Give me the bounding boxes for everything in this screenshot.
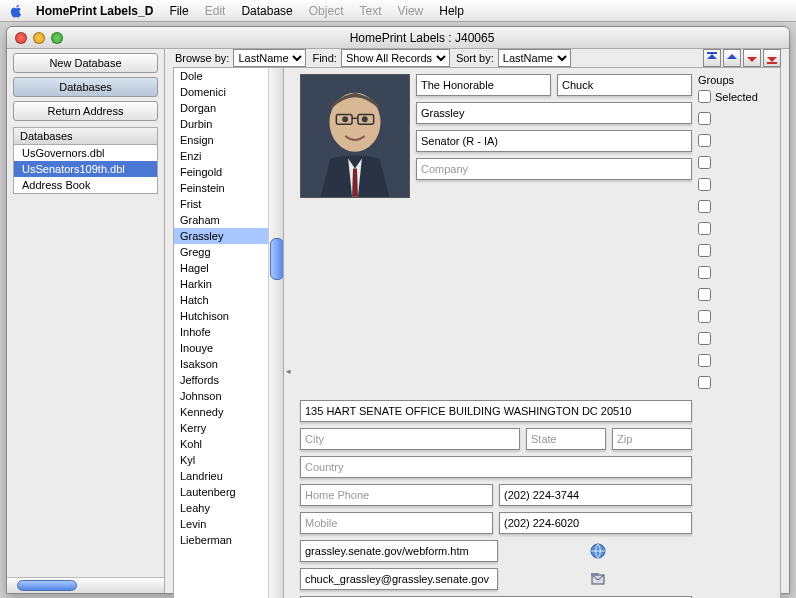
namelist-vscroll[interactable] [268,68,283,598]
phone2-field[interactable]: (202) 224-3744 [499,484,692,506]
nav-prev-button[interactable] [723,49,741,67]
window: HomePrint Labels : J40065 New Database D… [6,26,790,594]
minimize-button[interactable] [33,32,45,44]
svg-point-4 [342,116,348,122]
namelist-item[interactable]: Dorgan [174,100,283,116]
city-field[interactable]: City [300,428,520,450]
content: DoleDomeniciDorganDurbinEnsignEnziFeingo… [173,67,781,598]
group-checkbox-11[interactable] [698,332,711,345]
namelist-item[interactable]: Domenici [174,84,283,100]
prefix-field[interactable]: The Honorable [416,74,551,96]
group-checkbox-2[interactable] [698,134,711,147]
titlebar[interactable]: HomePrint Labels : J40065 [7,27,789,49]
group-checkbox-3[interactable] [698,156,711,169]
namelist-item[interactable]: Lautenberg [174,484,283,500]
homephone-field[interactable]: Home Phone [300,484,493,506]
group-checkbox-7[interactable] [698,244,711,257]
photo[interactable] [300,74,410,198]
group-checkbox-4[interactable] [698,178,711,191]
svg-rect-11 [591,573,599,576]
groups-title: Groups [698,74,772,86]
menu-help[interactable]: Help [439,4,464,18]
traffic-lights [15,32,63,44]
zip-field[interactable]: Zip [612,428,692,450]
namelist-item[interactable]: Graham [174,212,283,228]
namelist-item[interactable]: Grassley [174,228,283,244]
namelist-item[interactable]: Ensign [174,132,283,148]
namelist-item[interactable]: Gregg [174,244,283,260]
namelist-item[interactable]: Inouye [174,340,283,356]
hscroll-thumb[interactable] [17,580,77,591]
namelist-item[interactable]: Levin [174,516,283,532]
new-database-button[interactable]: New Database [13,53,158,73]
find-select[interactable]: Show All Records [341,49,450,67]
collapse-handle[interactable]: ◂ [284,68,292,598]
db-item-governors[interactable]: UsGovernors.dbl [14,145,157,161]
group-checkbox-8[interactable] [698,266,711,279]
nav-last-button[interactable] [763,49,781,67]
country-field[interactable]: Country [300,456,692,478]
namelist-item[interactable]: Feinstein [174,180,283,196]
nav-next-button[interactable] [743,49,761,67]
namelist-item[interactable]: Hagel [174,260,283,276]
namelist-item[interactable]: Landrieu [174,468,283,484]
svg-rect-1 [767,62,777,64]
group-checkbox-12[interactable] [698,354,711,367]
group-checkbox-1[interactable] [698,112,711,125]
address-field[interactable]: 135 HART SENATE OFFICE BUILDING WASHINGT… [300,400,692,422]
namelist-item[interactable]: Jeffords [174,372,283,388]
namelist-item[interactable]: Isakson [174,356,283,372]
web-icon[interactable] [504,542,692,560]
menu-file[interactable]: File [169,4,188,18]
menu-text: Text [359,4,381,18]
sort-by-select[interactable]: LastName [498,49,571,67]
sidebar-hscroll[interactable] [7,577,164,593]
firstname-field[interactable]: Chuck [557,74,692,96]
email-icon[interactable] [504,570,692,588]
namelist-item[interactable]: Kerry [174,420,283,436]
namelist-item[interactable]: Kennedy [174,404,283,420]
menu-database[interactable]: Database [241,4,292,18]
namelist[interactable]: DoleDomeniciDorganDurbinEnsignEnziFeingo… [174,68,283,598]
group-checkbox-10[interactable] [698,310,711,323]
title-field[interactable]: Senator (R - IA) [416,130,692,152]
namelist-item[interactable]: Hatch [174,292,283,308]
state-field[interactable]: State [526,428,606,450]
web-field[interactable]: grassley.senate.gov/webform.htm [300,540,498,562]
namelist-item[interactable]: Harkin [174,276,283,292]
namelist-item[interactable]: Inhofe [174,324,283,340]
lastname-field[interactable]: Grassley [416,102,692,124]
group-checkbox-13[interactable] [698,376,711,389]
nav-first-button[interactable] [703,49,721,67]
close-button[interactable] [15,32,27,44]
mobile2-field[interactable]: (202) 224-6020 [499,512,692,534]
namelist-item[interactable]: Leahy [174,500,283,516]
email-field[interactable]: chuck_grassley@grassley.senate.gov [300,568,498,590]
group-checkbox-5[interactable] [698,200,711,213]
namelist-panel: DoleDomeniciDorganDurbinEnsignEnziFeingo… [174,68,284,598]
namelist-item[interactable]: Frist [174,196,283,212]
namelist-item[interactable]: Kohl [174,436,283,452]
db-item-addressbook[interactable]: Address Book [14,177,157,193]
namelist-item[interactable]: Johnson [174,388,283,404]
group-selected-checkbox[interactable] [698,90,711,103]
return-address-button[interactable]: Return Address [13,101,158,121]
namelist-item[interactable]: Enzi [174,148,283,164]
company-field[interactable]: Company [416,158,692,180]
namelist-item[interactable]: Durbin [174,116,283,132]
browse-by-select[interactable]: LastName [233,49,306,67]
menu-app-name[interactable]: HomePrint Labels_D [36,4,153,18]
menu-object: Object [309,4,344,18]
group-checkbox-6[interactable] [698,222,711,235]
databases-button[interactable]: Databases [13,77,158,97]
namelist-item[interactable]: Kyl [174,452,283,468]
vscroll-thumb[interactable] [270,238,283,280]
namelist-item[interactable]: Feingold [174,164,283,180]
mobile-field[interactable]: Mobile [300,512,493,534]
namelist-item[interactable]: Lieberman [174,532,283,548]
group-checkbox-9[interactable] [698,288,711,301]
namelist-item[interactable]: Dole [174,68,283,84]
zoom-button[interactable] [51,32,63,44]
namelist-item[interactable]: Hutchison [174,308,283,324]
db-item-senators[interactable]: UsSenators109th.dbl [14,161,157,177]
